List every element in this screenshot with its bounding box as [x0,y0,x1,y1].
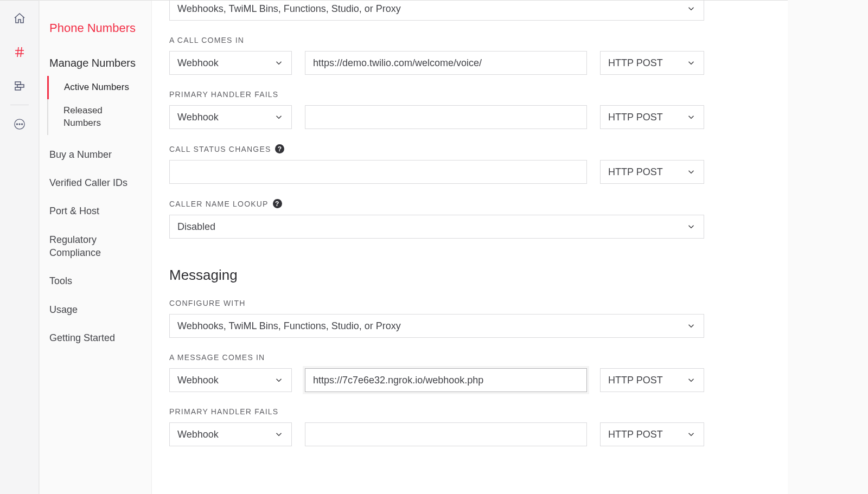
label-messaging-configure-with: CONFIGURE WITH [169,299,851,307]
messaging-configure-with-select[interactable]: Webhooks, TwiML Bins, Functions, Studio,… [169,314,704,338]
message-comes-in-url-input[interactable] [305,368,587,392]
message-comes-in-url-field[interactable] [313,375,579,386]
call-comes-in-url-input[interactable] [305,51,587,75]
messaging-primary-fails-url-field[interactable] [313,429,579,440]
chevron-down-icon [686,167,696,177]
voice-primary-fails-method-value: HTTP POST [608,112,663,123]
call-status-method-value: HTTP POST [608,166,663,178]
call-status-method-select[interactable]: HTTP POST [600,160,704,184]
sidebar-item-verified-caller-ids[interactable]: Verified Caller IDs [40,169,151,197]
voice-primary-fails-url-input[interactable] [305,105,587,129]
label-caller-name-lookup-text: CALLER NAME LOOKUP [169,200,269,208]
svg-point-8 [16,124,17,125]
sidebar-item-buy-a-number[interactable]: Buy a Number [40,140,151,169]
voice-primary-fails-url-field[interactable] [313,112,579,123]
label-call-status-changes-text: CALL STATUS CHANGES [169,145,271,153]
voice-primary-fails-handler-value: Webhook [177,112,219,123]
sidebar-item-active-numbers[interactable]: Active Numbers [47,76,151,99]
svg-point-10 [21,124,22,125]
call-status-url-field[interactable] [177,166,579,178]
chevron-down-icon [686,112,696,122]
chevron-down-icon [686,321,696,331]
label-caller-name-lookup: CALLER NAME LOOKUP ? [169,199,851,208]
more-icon[interactable] [12,117,27,131]
messaging-primary-fails-handler-value: Webhook [177,429,219,440]
call-comes-in-handler-value: Webhook [177,57,219,69]
message-comes-in-method-select[interactable]: HTTP POST [600,368,704,392]
right-background-panel [788,0,868,494]
chevron-down-icon [274,112,284,122]
call-comes-in-url-field[interactable] [313,57,579,69]
message-comes-in-handler-value: Webhook [177,375,219,386]
messaging-primary-fails-handler-select[interactable]: Webhook [169,422,292,446]
main-content: Webhooks, TwiML Bins, Functions, Studio,… [152,0,868,494]
sidebar-group-manage-numbers[interactable]: Manage Numbers [40,50,151,76]
messaging-configure-with-value: Webhooks, TwiML Bins, Functions, Studio,… [177,320,401,332]
messaging-primary-fails-method-select[interactable]: HTTP POST [600,422,704,446]
home-icon[interactable] [12,11,27,25]
sidebar-section-title[interactable]: Phone Numbers [40,17,151,50]
sidebar-item-getting-started[interactable]: Getting Started [40,324,151,352]
icon-rail [0,0,39,494]
chevron-down-icon [274,429,284,439]
svg-rect-6 [15,87,21,90]
messaging-primary-fails-url-input[interactable] [305,422,587,446]
sidebar-item-usage[interactable]: Usage [40,296,151,324]
call-status-url-input[interactable] [169,160,587,184]
sidebar-item-regulatory-compliance[interactable]: Regulatory Compliance [40,226,151,267]
sidebar-item-tools[interactable]: Tools [40,267,151,295]
voice-configure-with-select[interactable]: Webhooks, TwiML Bins, Functions, Studio,… [169,0,704,21]
caller-name-lookup-select[interactable]: Disabled [169,215,704,239]
label-primary-handler-fails-messaging: PRIMARY HANDLER FAILS [169,407,851,416]
chevron-down-icon [274,375,284,385]
label-primary-handler-fails-voice: PRIMARY HANDLER FAILS [169,90,851,99]
sidebar-item-released-numbers[interactable]: Released Numbers [47,99,151,135]
voice-configure-with-value: Webhooks, TwiML Bins, Functions, Studio,… [177,3,401,15]
label-call-status-changes: CALL STATUS CHANGES ? [169,144,851,153]
chevron-down-icon [686,429,696,439]
chevron-down-icon [274,58,284,68]
layers-icon[interactable] [12,79,27,93]
voice-primary-fails-method-select[interactable]: HTTP POST [600,105,704,129]
chevron-down-icon [686,4,696,14]
label-a-message-comes-in: A MESSAGE COMES IN [169,353,851,362]
iconbar-divider [10,105,29,105]
call-comes-in-method-value: HTTP POST [608,57,663,69]
sidebar: Phone Numbers Manage Numbers Active Numb… [39,0,152,494]
hash-icon[interactable] [12,45,27,59]
voice-primary-fails-handler-select[interactable]: Webhook [169,105,292,129]
chevron-down-icon [686,222,696,232]
messaging-section-header: Messaging [169,267,851,284]
svg-line-3 [21,47,22,57]
call-comes-in-method-select[interactable]: HTTP POST [600,51,704,75]
message-comes-in-method-value: HTTP POST [608,375,663,386]
call-comes-in-handler-select[interactable]: Webhook [169,51,292,75]
help-icon[interactable]: ? [275,144,284,153]
messaging-primary-fails-method-value: HTTP POST [608,429,663,440]
svg-point-9 [18,124,20,125]
caller-name-lookup-value: Disabled [177,221,215,233]
message-comes-in-handler-select[interactable]: Webhook [169,368,292,392]
sidebar-item-port-host[interactable]: Port & Host [40,197,151,225]
svg-line-2 [17,47,18,57]
chevron-down-icon [686,375,696,385]
label-a-call-comes-in: A CALL COMES IN [169,36,851,44]
help-icon[interactable]: ? [273,199,282,208]
chevron-down-icon [686,58,696,68]
